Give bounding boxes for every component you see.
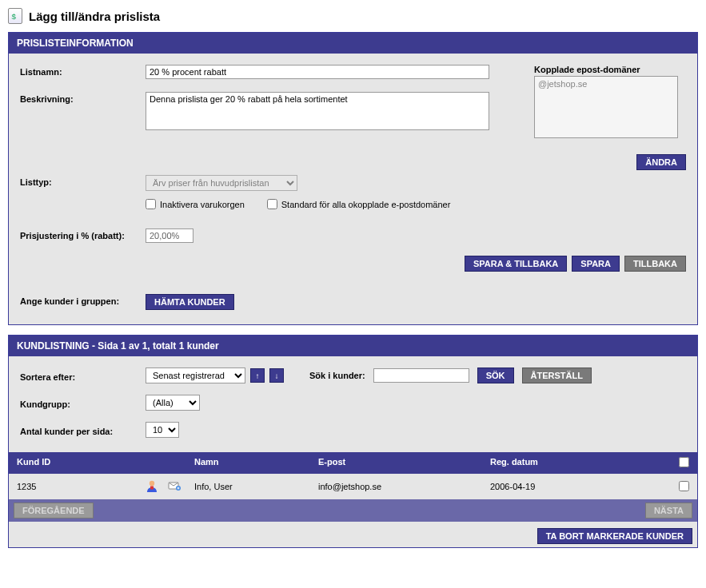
back-button[interactable]: TILLBAKA [624,256,686,272]
select-customer-group[interactable]: (Alla) [146,395,200,411]
table-header: Kund ID Namn E-post Reg. datum [9,452,697,474]
panel-listing-header: KUNDLISTNING - Sida 1 av 1, totalt 1 kun… [9,336,697,356]
cell-id: 1235 [17,482,145,491]
label-listname: Listnamn: [20,65,136,77]
label-listtype: Listtyp: [20,175,136,187]
label-search: Sök i kunder: [309,371,365,380]
checkbox-inactivate-cart-input[interactable] [146,199,156,209]
pager-bar: FÖREGÅENDE NÄSTA [9,499,697,522]
table-row: 1235 Info, User info@jetshop.se 2006-04-… [9,474,697,499]
page-header: $ Lägg till/ändra prislista [8,8,698,24]
panel-info: PRISLISTEINFORMATION Listnamn: Beskrivni… [8,32,698,325]
checkbox-default-unlinked[interactable]: Standard för alla okopplade e-postdomäne… [267,199,451,209]
svg-rect-2 [150,487,154,490]
save-back-button[interactable]: SPARA & TILLBAKA [465,256,567,272]
col-header-email: E-post [318,457,490,469]
cell-email: info@jetshop.se [318,482,490,491]
delete-marked-button[interactable]: TA BORT MARKERADE KUNDER [537,528,692,544]
panel-listing: KUNDLISTNING - Sida 1 av 1, totalt 1 kun… [8,335,698,548]
svg-point-1 [150,481,154,486]
fetch-customers-button[interactable]: HÄMTA KUNDER [146,294,234,310]
change-button[interactable]: ÄNDRA [636,154,686,170]
search-input[interactable] [373,368,469,383]
label-description: Beskrivning: [20,92,136,104]
textarea-description[interactable]: Denna prislista ger 20 % rabatt på hela … [146,92,489,130]
document-money-icon: $ [8,8,22,24]
sort-asc-icon[interactable]: ↑ [250,368,265,383]
label-price-adjust: Prisjustering i % (rabatt): [20,228,136,240]
user-icon[interactable] [145,479,159,495]
email-domains-box[interactable]: @jetshop.se [534,76,678,138]
select-sort-by[interactable]: Senast registrerad [146,368,245,383]
label-assign-group: Ange kunder i gruppen: [20,294,136,306]
page-title: Lägg till/ändra prislista [29,10,160,23]
input-listname[interactable] [146,65,489,79]
reset-button[interactable]: ÅTERSTÄLL [522,368,592,383]
sort-desc-icon[interactable]: ↓ [269,368,284,383]
select-per-page[interactable]: 10 [146,422,179,438]
checkbox-row[interactable] [679,481,689,491]
select-listtype[interactable]: Ärv priser från huvudprislistan [146,175,297,191]
cell-name: Info, User [194,482,318,491]
cell-regdate: 2006-04-19 [490,482,670,491]
label-per-page: Antal kunder per sida: [20,424,136,436]
checkbox-inactivate-cart[interactable]: Inaktivera varukorgen [146,199,245,209]
col-header-name: Namn [194,457,318,469]
search-button[interactable]: SÖK [477,368,514,383]
col-header-id: Kund ID [17,457,145,469]
label-customer-group: Kundgrupp: [20,397,136,409]
checkbox-default-unlinked-input[interactable] [267,199,277,209]
label-email-domains: Kopplade epost-domäner [534,65,686,74]
svg-text:$: $ [12,12,17,21]
col-header-regdate: Reg. datum [490,457,670,469]
checkbox-select-all[interactable] [679,457,689,467]
mail-icon[interactable] [167,479,181,495]
panel-info-header: PRISLISTEINFORMATION [9,33,697,54]
prev-button[interactable]: FÖREGÅENDE [14,503,94,518]
save-button[interactable]: SPARA [572,256,620,272]
next-button[interactable]: NÄSTA [645,503,692,518]
input-price-adjust [146,228,193,243]
label-sort-by: Sortera efter: [20,370,136,382]
